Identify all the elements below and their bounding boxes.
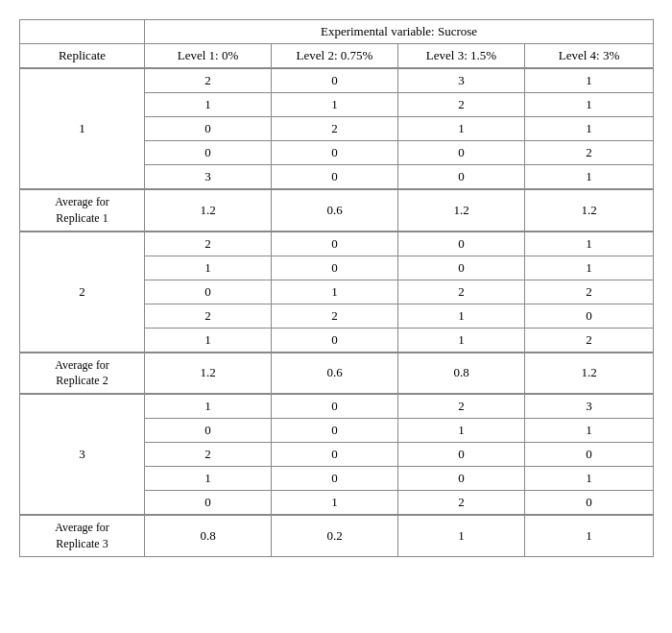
replicate-column-header: Replicate (20, 44, 145, 68)
average-label-replicate-1: Average forReplicate 1 (20, 189, 145, 231)
data-cell: 2 (398, 280, 525, 304)
replicate-rows: 120311121021100023001Average forReplicat… (19, 68, 653, 557)
data-cell: 0 (272, 443, 398, 467)
data-cell: 3 (525, 395, 654, 419)
data-cell: 2 (525, 280, 654, 304)
average-cell: 0.8 (145, 515, 272, 556)
table-row: 31023 (20, 395, 654, 419)
average-cell: 0.6 (272, 353, 398, 394)
data-cell: 0 (272, 467, 398, 491)
data-cell: 1 (525, 117, 654, 141)
average-row-replicate-3: Average forReplicate 30.80.211 (20, 515, 654, 556)
average-cell: 1.2 (525, 189, 654, 231)
experimental-variable-header: Experimental variable: Sucrose (145, 20, 654, 44)
replicate-2-label: 2 (20, 231, 145, 353)
data-table: Experimental variable: Sucrose Replicate… (19, 19, 653, 557)
data-cell: 0 (398, 231, 525, 256)
data-cell: 0 (398, 141, 525, 165)
data-cell: 2 (145, 231, 272, 256)
data-cell: 2 (398, 491, 525, 516)
data-cell: 2 (145, 443, 272, 467)
average-cell: 1 (525, 515, 654, 556)
data-cell: 0 (272, 328, 398, 353)
data-cell: 0 (272, 165, 398, 190)
data-cell: 1 (525, 467, 654, 491)
average-row-replicate-1: Average forReplicate 11.20.61.21.2 (20, 189, 654, 231)
data-cell: 0 (145, 419, 272, 443)
data-cell: 2 (145, 69, 272, 93)
data-cell: 2 (272, 117, 398, 141)
data-cell: 0 (398, 165, 525, 190)
data-cell: 2 (398, 93, 525, 117)
data-cell: 1 (145, 467, 272, 491)
top-left-empty (20, 20, 145, 44)
average-cell: 0.6 (272, 189, 398, 231)
data-cell: 1 (272, 491, 398, 516)
data-cell: 1 (272, 93, 398, 117)
data-cell: 1 (145, 256, 272, 280)
data-cell: 1 (525, 256, 654, 280)
data-cell: 0 (145, 117, 272, 141)
data-cell: 0 (272, 256, 398, 280)
data-cell: 1 (398, 117, 525, 141)
level-4-header: Level 4: 3% (525, 44, 654, 68)
level-2-header: Level 2: 0.75% (272, 44, 398, 68)
data-cell: 1 (398, 304, 525, 328)
data-cell: 0 (525, 491, 654, 516)
data-cell: 0 (272, 419, 398, 443)
data-cell: 1 (145, 395, 272, 419)
data-cell: 0 (145, 280, 272, 304)
data-cell: 2 (398, 395, 525, 419)
data-cell: 0 (525, 443, 654, 467)
replicate-1-label: 1 (20, 69, 145, 190)
data-cell: 1 (272, 280, 398, 304)
average-cell: 0.2 (272, 515, 398, 556)
data-cell: 1 (145, 328, 272, 353)
level-3-header: Level 3: 1.5% (398, 44, 525, 68)
data-cell: 0 (398, 256, 525, 280)
data-cell: 0 (398, 443, 525, 467)
data-cell: 3 (398, 69, 525, 93)
data-cell: 0 (145, 491, 272, 516)
average-label-replicate-3: Average forReplicate 3 (20, 515, 145, 556)
data-cell: 2 (525, 141, 654, 165)
data-cell: 1 (525, 93, 654, 117)
average-row-replicate-2: Average forReplicate 21.20.60.81.2 (20, 353, 654, 394)
data-cell: 0 (272, 141, 398, 165)
data-cell: 2 (525, 328, 654, 353)
data-cell: 1 (398, 419, 525, 443)
data-cell: 1 (398, 328, 525, 353)
data-cell: 1 (525, 419, 654, 443)
data-cell: 0 (525, 304, 654, 328)
average-cell: 0.8 (398, 353, 525, 394)
data-cell: 0 (272, 69, 398, 93)
data-cell: 1 (145, 93, 272, 117)
table-row: 12031 (20, 69, 654, 93)
average-label-replicate-2: Average forReplicate 2 (20, 353, 145, 394)
average-cell: 1.2 (398, 189, 525, 231)
data-cell: 1 (525, 165, 654, 190)
data-cell: 2 (145, 304, 272, 328)
data-cell: 1 (525, 231, 654, 256)
average-cell: 1.2 (145, 353, 272, 394)
table-row: 22001 (20, 231, 654, 256)
average-cell: 1.2 (525, 353, 654, 394)
data-cell: 0 (145, 141, 272, 165)
data-cell: 3 (145, 165, 272, 190)
average-cell: 1.2 (145, 189, 272, 231)
average-cell: 1 (398, 515, 525, 556)
replicate-3-label: 3 (20, 395, 145, 516)
data-cell: 0 (272, 395, 398, 419)
level-1-header: Level 1: 0% (145, 44, 272, 68)
data-cell: 2 (272, 304, 398, 328)
data-cell: 0 (272, 231, 398, 256)
data-cell: 0 (398, 467, 525, 491)
data-cell: 1 (525, 69, 654, 93)
